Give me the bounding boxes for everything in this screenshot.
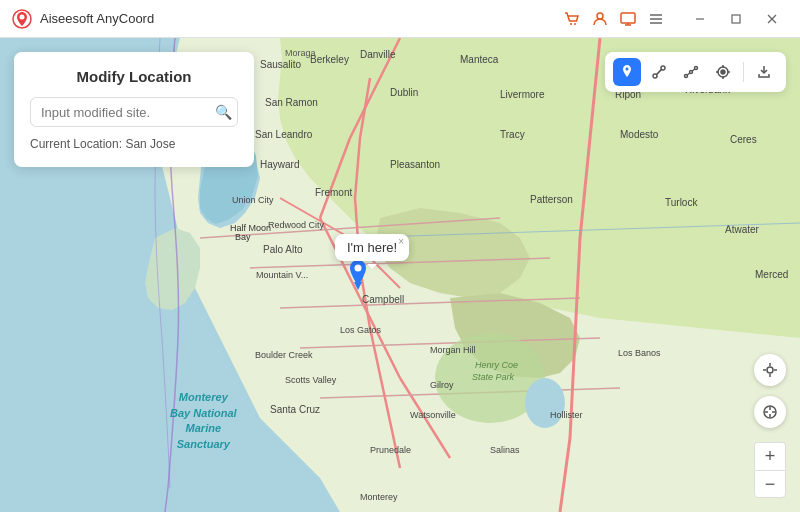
svg-rect-5 xyxy=(621,13,635,23)
titlebar: Aiseesoft AnyCoord xyxy=(0,0,800,38)
svg-text:San Leandro: San Leandro xyxy=(255,129,313,140)
titlebar-icon-group xyxy=(564,11,664,27)
zoom-controls: + − xyxy=(754,442,786,498)
svg-text:Watsonville: Watsonville xyxy=(410,410,456,420)
svg-text:Pleasanton: Pleasanton xyxy=(390,159,440,170)
svg-text:Redwood City: Redwood City xyxy=(268,220,325,230)
svg-text:Hayward: Hayward xyxy=(260,159,299,170)
svg-text:Moraga: Moraga xyxy=(285,48,316,58)
shopping-cart-icon[interactable] xyxy=(564,11,580,27)
svg-point-87 xyxy=(767,367,773,373)
map-toolbar xyxy=(605,52,786,92)
svg-line-73 xyxy=(656,69,661,74)
svg-text:Dublin: Dublin xyxy=(390,87,418,98)
location-pin-tool[interactable] xyxy=(613,58,641,86)
svg-text:Merced: Merced xyxy=(755,269,788,280)
svg-text:Berkeley: Berkeley xyxy=(310,54,349,65)
close-button[interactable] xyxy=(756,3,788,35)
svg-line-77 xyxy=(687,73,690,75)
svg-point-27 xyxy=(525,378,565,428)
svg-text:Danville: Danville xyxy=(360,49,396,60)
svg-text:Turlock: Turlock xyxy=(665,197,698,208)
svg-text:Morgan Hill: Morgan Hill xyxy=(430,345,476,355)
svg-text:Modesto: Modesto xyxy=(620,129,659,140)
svg-text:Union City: Union City xyxy=(232,195,274,205)
monitor-icon[interactable] xyxy=(620,11,636,27)
bubble-text: I'm here! xyxy=(347,240,397,255)
svg-text:Ceres: Ceres xyxy=(730,134,757,145)
multi-route-tool[interactable] xyxy=(677,58,705,86)
svg-point-4 xyxy=(597,13,603,19)
im-here-bubble: × I'm here! xyxy=(335,234,409,261)
zoom-out-button[interactable]: − xyxy=(754,470,786,498)
current-location-label: Current Location: San Jose xyxy=(30,137,238,151)
svg-text:Los Banos: Los Banos xyxy=(618,348,661,358)
zoom-in-button[interactable]: + xyxy=(754,442,786,470)
search-input[interactable] xyxy=(41,105,209,120)
locate-me-button[interactable] xyxy=(754,354,786,386)
svg-text:Santa Cruz: Santa Cruz xyxy=(270,404,320,415)
bubble-close[interactable]: × xyxy=(398,237,404,247)
svg-point-1 xyxy=(20,14,25,19)
svg-text:Campbell: Campbell xyxy=(362,294,404,305)
svg-text:Los Gatos: Los Gatos xyxy=(340,325,382,335)
titlebar-controls xyxy=(564,3,788,35)
svg-point-2 xyxy=(570,23,572,25)
export-tool[interactable] xyxy=(750,58,778,86)
location-panel: Modify Location 🔍 Current Location: San … xyxy=(14,52,254,167)
svg-text:Mountain V...: Mountain V... xyxy=(256,270,308,280)
panel-title: Modify Location xyxy=(30,68,238,85)
app-title: Aiseesoft AnyCoord xyxy=(40,11,154,26)
svg-text:Palo Alto: Palo Alto xyxy=(263,244,303,255)
svg-text:Prunedale: Prunedale xyxy=(370,445,411,455)
menu-icon[interactable] xyxy=(648,11,664,27)
svg-text:Boulder Creek: Boulder Creek xyxy=(255,350,313,360)
minimize-button[interactable] xyxy=(684,3,716,35)
search-icon[interactable]: 🔍 xyxy=(215,104,232,120)
svg-text:Tracy: Tracy xyxy=(500,129,525,140)
svg-point-74 xyxy=(685,75,688,78)
titlebar-left: Aiseesoft AnyCoord xyxy=(12,9,154,29)
user-icon[interactable] xyxy=(592,11,608,27)
svg-text:Monterey: Monterey xyxy=(360,492,398,502)
app-logo-icon xyxy=(12,9,32,29)
maximize-button[interactable] xyxy=(720,3,752,35)
svg-text:Patterson: Patterson xyxy=(530,194,573,205)
svg-text:Bay: Bay xyxy=(235,232,251,242)
svg-text:Sausalito: Sausalito xyxy=(260,59,302,70)
svg-point-76 xyxy=(695,67,698,70)
svg-point-75 xyxy=(690,71,693,74)
watermark: MontereyBay NationalMarineSanctuary xyxy=(170,390,237,452)
svg-text:Manteca: Manteca xyxy=(460,54,499,65)
single-route-tool[interactable] xyxy=(645,58,673,86)
svg-point-86 xyxy=(355,265,362,272)
map-container[interactable]: Sausalito Berkeley Moraga Danville Mante… xyxy=(0,38,800,512)
svg-text:Livermore: Livermore xyxy=(500,89,545,100)
svg-rect-10 xyxy=(732,15,740,23)
svg-point-3 xyxy=(574,23,576,25)
svg-text:San Ramon: San Ramon xyxy=(265,97,318,108)
search-box[interactable]: 🔍 xyxy=(30,97,238,127)
svg-line-78 xyxy=(692,69,695,71)
svg-text:Gilroy: Gilroy xyxy=(430,380,454,390)
svg-text:Salinas: Salinas xyxy=(490,445,520,455)
svg-text:Scotts Valley: Scotts Valley xyxy=(285,375,337,385)
map-right-controls: + − xyxy=(754,354,786,498)
svg-text:State Park: State Park xyxy=(472,372,515,382)
joystick-tool[interactable] xyxy=(709,58,737,86)
svg-text:Hollister: Hollister xyxy=(550,410,583,420)
toolbar-divider xyxy=(743,62,744,82)
svg-point-80 xyxy=(721,70,725,74)
svg-text:Fremont: Fremont xyxy=(315,187,352,198)
svg-text:Henry Coe: Henry Coe xyxy=(475,360,518,370)
compass-button[interactable] xyxy=(754,396,786,428)
